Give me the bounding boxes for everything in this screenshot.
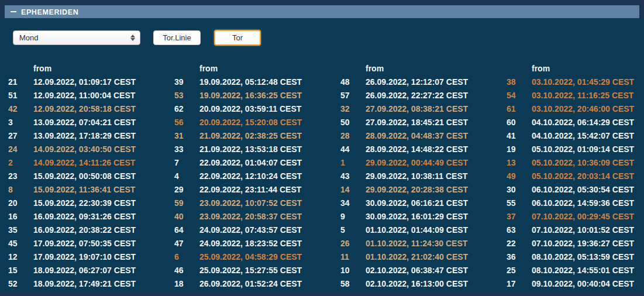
gate-number: 10: [340, 266, 366, 275]
gate-number: 8: [8, 185, 33, 194]
ephemeris-row: 722.09.2022, 01:04:07 CEST: [174, 156, 340, 170]
ephemeris-row: 3919.09.2022, 05:12:48 CEST: [174, 75, 340, 89]
ephemeris-row: 1101.10.2022, 21:02:40 CEST: [340, 250, 507, 263]
gate-start-time: 13.09.2022, 17:18:29 CEST: [33, 131, 136, 140]
gate-start-time: 01.10.2022, 01:44:09 CEST: [366, 225, 468, 235]
ephemeris-row: 930.09.2022, 16:01:29 CEST: [340, 209, 507, 223]
gate-number: 29: [174, 185, 199, 194]
gate-start-time: 03.10.2022, 11:16:25 CEST: [532, 91, 633, 100]
ephemeris-row: 2414.09.2022, 03:40:50 CEST: [8, 143, 174, 156]
gate-start-time: 25.09.2022, 04:58:29 CEST: [199, 252, 302, 261]
gate-number: 59: [174, 198, 199, 208]
ephemeriden-panel-body: Mond Tor.Linie Tor from2112.09.2022, 01:…: [0, 18, 644, 291]
ephemeris-row: 2207.10.2022, 19:36:27 CEST: [507, 236, 644, 250]
gate-number: 42: [8, 104, 33, 113]
gate-number: 38: [507, 77, 532, 87]
gate-start-time: 04.10.2022, 15:42:07 CEST: [532, 131, 634, 140]
ephemeris-row: 5218.09.2022, 17:49:21 CEST: [8, 277, 174, 290]
ephemeris-row: 422.09.2022, 12:10:24 CEST: [174, 170, 340, 183]
gate-number: 46: [174, 266, 199, 275]
ephemeris-row: 3430.09.2022, 06:16:21 CEST: [340, 196, 507, 209]
gate-start-time: 29.09.2022, 10:38:11 CEST: [366, 171, 467, 181]
gate-number: 49: [507, 171, 532, 181]
gate-start-time: 09.10.2022, 00:40:04 CEST: [532, 279, 634, 288]
gate-number: 60: [507, 118, 532, 127]
gate-start-time: 01.10.2022, 11:24:30 CEST: [366, 239, 467, 248]
collapse-minus-icon[interactable]: [11, 11, 16, 12]
ephemeris-row: 4023.09.2022, 20:58:37 CEST: [174, 209, 340, 223]
gate-number: 39: [174, 77, 199, 87]
ephemeris-row: 4212.09.2022, 20:58:18 CEST: [8, 102, 174, 116]
column-header-from: from: [174, 62, 340, 75]
ephemeris-row: 5506.10.2022, 14:59:36 CEST: [507, 196, 644, 209]
ephemeris-row: 3321.09.2022, 13:53:18 CEST: [174, 143, 340, 156]
gate-number: 12: [8, 252, 33, 261]
gate-number: 58: [340, 279, 366, 288]
gate-start-time: 16.09.2022, 09:31:26 CEST: [33, 212, 136, 221]
ephemeris-row: 815.09.2022, 11:36:41 CEST: [8, 183, 174, 197]
gate-start-time: 24.09.2022, 07:43:57 CEST: [199, 225, 302, 235]
gate-number: 6: [174, 252, 199, 261]
ephemeris-row: 4329.09.2022, 10:38:11 CEST: [340, 170, 507, 183]
gate-number: 64: [174, 225, 199, 235]
gate-start-time: 23.09.2022, 20:58:37 CEST: [199, 212, 302, 221]
ephemeris-row: 2112.09.2022, 01:09:17 CEST: [8, 75, 174, 89]
ephemeris-row: 6004.10.2022, 06:14:29 CEST: [507, 116, 644, 129]
ephemeris-row: 4724.09.2022, 18:23:52 CEST: [174, 236, 340, 250]
gate-start-time: 05.10.2022, 01:09:14 CEST: [532, 144, 634, 154]
gate-number: 36: [507, 252, 532, 261]
column-header-from: from: [8, 62, 174, 75]
gate-start-time: 12.09.2022, 20:58:18 CEST: [33, 104, 136, 113]
ephemeris-row: 3516.09.2022, 20:38:22 CEST: [8, 223, 174, 236]
gate-number: 1: [340, 158, 366, 167]
gate-number: 27: [8, 131, 33, 140]
gate-start-time: 26.09.2022, 01:52:24 CEST: [199, 279, 302, 288]
gate-number: 30: [507, 185, 532, 194]
gate-number: 15: [8, 266, 33, 275]
ephemeris-row: 3121.09.2022, 02:38:25 CEST: [174, 129, 340, 143]
ephemeris-row: 3227.09.2022, 08:38:21 CEST: [340, 102, 507, 116]
gate-start-time: 02.10.2022, 16:13:00 CEST: [366, 279, 468, 288]
gate-number: 47: [174, 239, 199, 248]
gate-number: 16: [8, 212, 33, 221]
gate-start-time: 01.10.2022, 21:02:40 CEST: [366, 252, 468, 261]
gate-number: 45: [8, 239, 33, 248]
gate-start-time: 14.09.2022, 14:11:26 CEST: [33, 158, 135, 167]
gate-start-time: 17.09.2022, 19:07:10 CEST: [33, 252, 136, 261]
gate-number: 35: [8, 225, 33, 235]
ephemeriden-panel-header: EPHEMERIDEN: [5, 5, 639, 18]
gate-start-time: 04.10.2022, 06:14:29 CEST: [532, 118, 634, 127]
ephemeris-row: 1616.09.2022, 09:31:26 CEST: [8, 209, 174, 223]
gate-number: 34: [340, 198, 366, 208]
gate-start-time: 06.10.2022, 05:30:54 CEST: [532, 185, 634, 194]
gate-number: 48: [340, 77, 366, 87]
gate-number: 19: [507, 144, 532, 154]
ephemeris-row: 1709.10.2022, 00:40:04 CEST: [507, 277, 644, 290]
gate-start-time: 20.09.2022, 03:59:11 CEST: [199, 104, 301, 113]
gate-start-time: 19.09.2022, 16:36:25 CEST: [199, 91, 302, 100]
ephemeris-column-1: from2112.09.2022, 01:09:17 CEST5112.09.2…: [8, 62, 174, 290]
gate-number: 25: [507, 266, 532, 275]
gate-number: 32: [340, 104, 366, 113]
tor-button[interactable]: Tor: [214, 30, 261, 46]
ephemeris-row: 3608.10.2022, 05:13:59 CEST: [507, 250, 644, 263]
gate-start-time: 06.10.2022, 14:59:36 CEST: [532, 198, 634, 208]
gate-start-time: 26.09.2022, 12:12:07 CEST: [366, 77, 468, 87]
gate-number: 51: [8, 91, 33, 100]
select-spinner-icon: [130, 35, 135, 41]
planet-select[interactable]: Mond: [13, 30, 140, 45]
gate-number: 24: [8, 144, 33, 154]
tor-linie-button[interactable]: Tor.Linie: [153, 30, 201, 45]
gate-number: 18: [174, 279, 199, 288]
gate-number: 43: [340, 171, 366, 181]
gate-start-time: 05.10.2022, 10:36:09 CEST: [532, 158, 634, 167]
column-header-from: from: [507, 62, 644, 75]
gate-start-time: 28.09.2022, 14:48:22 CEST: [366, 144, 468, 154]
gate-number: 33: [174, 144, 199, 154]
gate-number: 61: [507, 104, 532, 113]
gate-start-time: 05.10.2022, 20:03:14 CEST: [532, 171, 634, 181]
ephemeris-row: 1305.10.2022, 10:36:09 CEST: [507, 156, 644, 170]
ephemeris-row: 129.09.2022, 00:44:49 CEST: [340, 156, 507, 170]
gate-start-time: 15.09.2022, 22:30:39 CEST: [33, 198, 136, 208]
gate-start-time: 21.09.2022, 13:53:18 CEST: [199, 144, 302, 154]
